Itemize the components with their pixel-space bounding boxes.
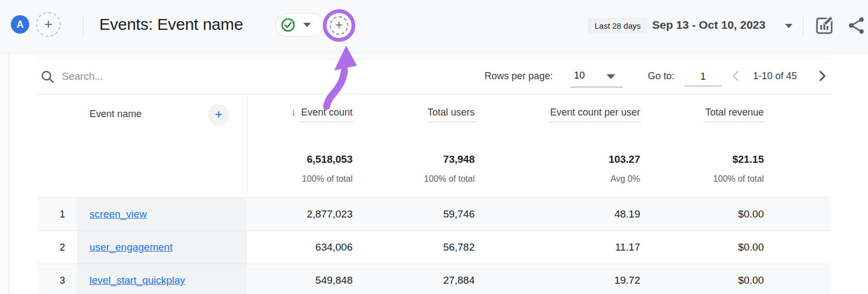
add-comparison-button[interactable]: +	[36, 12, 61, 37]
customize-report-button[interactable]	[814, 14, 835, 36]
total-users-cell: 56,782	[353, 241, 475, 253]
rows-per-page-label: Rows per page:	[484, 71, 553, 82]
column-header-event-count[interactable]: ↓ Event count	[291, 107, 353, 122]
header-divider	[83, 15, 84, 36]
column-header-total-revenue[interactable]: Total revenue	[705, 107, 764, 122]
table-row: 3 level_start_quickplay 549,848 27,884 1…	[38, 264, 831, 294]
add-dimension-button[interactable]: +	[208, 104, 229, 126]
event-count-cell: 634,006	[247, 241, 353, 253]
total-users-cell: 27,884	[353, 274, 475, 286]
plus-icon: +	[335, 19, 342, 31]
header-divider	[803, 15, 803, 36]
date-preset-badge: Last 28 days	[588, 18, 648, 34]
sort-descending-icon: ↓	[291, 107, 296, 118]
column-header-total-users[interactable]: Total users	[427, 107, 475, 122]
event-name-cell: user_engagement	[77, 231, 247, 264]
totals-total-revenue: $21.15 100% of total	[713, 154, 764, 184]
totals-event-count: 6,518,053 100% of total	[302, 154, 353, 184]
totals-event-count-per-user: 103.27 Avg 0%	[609, 154, 640, 184]
plus-icon: +	[215, 108, 222, 121]
event-link[interactable]: screen_view	[90, 208, 147, 220]
chevron-right-icon	[814, 68, 830, 84]
column-divider	[247, 95, 247, 197]
table-header: Event name + ↓ Event count Total users E…	[38, 95, 831, 197]
add-metric-button[interactable]: +	[330, 16, 348, 35]
plus-icon: +	[44, 17, 52, 31]
row-index: 3	[38, 275, 77, 286]
event-link[interactable]: level_start_quickplay	[90, 274, 185, 286]
goto-page-input[interactable]	[685, 68, 722, 86]
chevron-down-icon[interactable]	[607, 74, 615, 79]
check-circle-icon	[280, 17, 296, 33]
left-rail-border	[9, 54, 9, 294]
table-row: 1 screen_view 2,877,023 59,746 48.19 $0.…	[38, 197, 831, 231]
table-row: 2 user_engagement 634,006 56,782 11.17 $…	[38, 231, 831, 264]
previous-page-button[interactable]	[728, 68, 744, 84]
total-revenue-cell: $0.00	[640, 274, 764, 286]
report-header-bar: A + Events: Event name + Last 28 days Se…	[0, 0, 868, 54]
table-toolbar: Rows per page: 10 Go to: 1-10 of 45	[38, 59, 831, 94]
rows-per-page-select[interactable]: 10	[574, 70, 585, 81]
goto-label: Go to:	[648, 71, 674, 82]
date-range-selector[interactable]: Sep 13 - Oct 10, 2023	[652, 18, 765, 31]
account-avatar[interactable]: A	[11, 15, 29, 34]
ga4-events-report: A + Events: Event name + Last 28 days Se…	[0, 0, 868, 294]
next-page-button[interactable]	[814, 68, 830, 84]
share-icon	[847, 16, 866, 35]
event-count-per-user-cell: 19.72	[475, 274, 640, 286]
event-count-per-user-cell: 11.17	[475, 241, 640, 253]
event-count-cell: 549,848	[247, 274, 353, 286]
pagination-range: 1-10 of 45	[753, 71, 797, 82]
annotation-highlight-ring: +	[323, 9, 355, 42]
total-users-cell: 59,746	[353, 208, 475, 220]
search-icon	[40, 69, 55, 87]
event-link[interactable]: user_engagement	[90, 241, 173, 253]
column-header-event-count-per-user[interactable]: Event count per user	[550, 107, 640, 122]
row-index: 2	[38, 242, 77, 253]
event-name-cell: level_start_quickplay	[77, 264, 247, 294]
page-title: Events: Event name	[99, 15, 243, 34]
total-revenue-cell: $0.00	[640, 241, 764, 253]
event-count-cell: 2,877,023	[247, 208, 353, 220]
chevron-down-icon	[303, 23, 311, 27]
left-rail	[0, 54, 9, 294]
event-name-cell: screen_view	[77, 198, 247, 231]
totals-total-users: 73,948 100% of total	[424, 154, 475, 184]
column-header-event-name[interactable]: Event name	[90, 108, 142, 120]
share-button[interactable]	[847, 16, 866, 35]
dimension-chip[interactable]	[275, 13, 324, 37]
table-body: 1 screen_view 2,877,023 59,746 48.19 $0.…	[38, 197, 831, 294]
edit-chart-icon	[814, 14, 835, 36]
chevron-left-icon	[728, 68, 744, 84]
row-index: 1	[38, 209, 77, 220]
chevron-down-icon[interactable]	[785, 24, 793, 28]
total-revenue-cell: $0.00	[640, 208, 764, 220]
event-count-per-user-cell: 48.19	[475, 208, 640, 220]
rows-per-page-underline	[571, 87, 623, 87]
search-input[interactable]	[61, 67, 289, 86]
